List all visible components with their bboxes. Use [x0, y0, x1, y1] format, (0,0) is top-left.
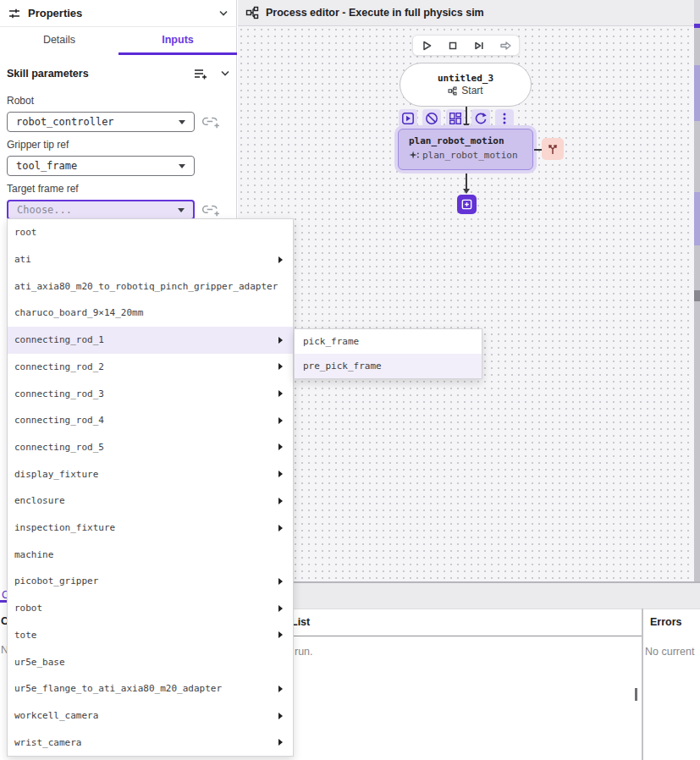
goto-arrow-button[interactable] [497, 37, 514, 54]
menu-item[interactable]: connecting_rod_1 [8, 327, 293, 354]
submenu-arrow-icon [278, 363, 283, 370]
process-editor-title: Process editor - Execute in full physics… [266, 7, 484, 19]
frame-submenu: pick_frame pre_pick_frame [294, 328, 482, 379]
submenu-item[interactable]: pre_pick_frame [295, 354, 482, 378]
menu-item[interactable]: connecting_rod_4 [8, 407, 293, 434]
submenu-item[interactable]: pick_frame [295, 329, 482, 354]
menu-item[interactable]: wrist_camera [8, 729, 293, 756]
submenu-arrow-icon [278, 713, 283, 719]
errors-column-header: Errors [650, 616, 682, 628]
robot-select-value: robot_controller [16, 116, 114, 128]
submenu-arrow-icon [278, 390, 283, 397]
gripper-select[interactable]: tool_frame [7, 156, 195, 176]
minimap-thumb[interactable] [694, 290, 700, 301]
branch-badge[interactable] [542, 138, 564, 160]
step-button[interactable] [471, 37, 488, 54]
menu-item-label: ur5e_flange_to_ati_axia80_m20_adapter [14, 683, 222, 694]
skill-parameters-title: Skill parameters [7, 68, 89, 80]
dropdown-caret-icon [178, 208, 185, 212]
properties-tabs: Details Inputs [0, 27, 237, 55]
edge-node-to-badge [534, 149, 542, 151]
minimap-scrollbar[interactable] [694, 0, 700, 581]
menu-item[interactable]: inspection_fixture [8, 515, 293, 542]
target-field-label: Target frame ref [7, 183, 79, 195]
more-options-button[interactable] [495, 109, 514, 128]
tab-details[interactable]: Details [0, 27, 119, 55]
menu-item-label: inspection_fixture [14, 522, 115, 533]
add-link-icon[interactable] [201, 115, 220, 129]
gripper-field-label: Gripper tip ref [7, 139, 69, 151]
menu-item-label: workcell_camera [14, 710, 98, 721]
menu-item[interactable]: charuco_board_9×14_20mm [8, 300, 293, 327]
collapse-panel-button[interactable] [218, 10, 229, 17]
gripper-select-value: tool_frame [16, 160, 77, 172]
add-link-icon[interactable] [201, 203, 220, 217]
menu-item[interactable]: ati_axia80_m20_to_robotiq_pinch_gripper_… [8, 273, 293, 300]
tune-icon [8, 8, 20, 19]
skill-sparkle-icon [409, 151, 419, 161]
list-header-underline [238, 636, 642, 636]
arrowhead-icon [463, 189, 470, 194]
menu-item-label: ur5e_base [14, 657, 65, 668]
frame-dropdown-menu: root ati ati_axia80_m20_to_robotiq_pinch… [7, 218, 294, 757]
menu-item-label: connecting_rod_3 [14, 388, 104, 399]
tab-inputs[interactable]: Inputs [119, 27, 237, 55]
menu-item[interactable]: ati [8, 246, 293, 273]
add-node-button[interactable] [457, 195, 477, 214]
dropdown-caret-icon [179, 164, 185, 168]
edge-start-to-node [466, 107, 467, 124]
menu-item-label: machine [14, 549, 53, 560]
menu-item[interactable]: connecting_rod_2 [8, 354, 293, 381]
menu-item-label: wrist_camera [14, 737, 81, 748]
menu-item[interactable]: ur5e_flange_to_ati_axia80_m20_adapter [8, 675, 293, 702]
start-node-label: Start [461, 85, 482, 96]
menu-item[interactable]: robot [8, 595, 293, 622]
menu-item[interactable]: enclosure [8, 487, 293, 515]
menu-item[interactable]: connecting_rod_3 [8, 380, 293, 407]
minimap-segment [694, 24, 700, 28]
submenu-arrow-icon [278, 417, 283, 424]
menu-item[interactable]: workcell_camera [8, 702, 293, 730]
workflow-icon [448, 86, 457, 96]
process-editor-header: Process editor - Execute in full physics… [238, 0, 700, 26]
list-column-text: run. [295, 646, 313, 658]
plan-robot-motion-node[interactable]: plan_robot_motion plan_robot_motion [398, 129, 533, 170]
target-frame-select[interactable]: Choose... [7, 200, 195, 220]
start-node[interactable]: untitled_3 Start [400, 63, 532, 107]
list-scrollbar-thumb[interactable] [635, 688, 637, 701]
retry-node-button[interactable] [471, 109, 490, 128]
start-node-title: untitled_3 [438, 73, 493, 84]
menu-item[interactable]: display_fixture [8, 460, 293, 487]
play-button[interactable] [418, 37, 435, 54]
submenu-arrow-icon [278, 739, 283, 746]
menu-item-label: root [14, 227, 37, 238]
robot-field-label: Robot [7, 95, 34, 107]
menu-item[interactable]: picobot_gripper [8, 568, 293, 595]
submenu-arrow-icon [278, 631, 283, 638]
menu-item-label: display_fixture [14, 469, 98, 480]
properties-title: Properties [28, 7, 82, 19]
layout-grid-button[interactable] [446, 109, 465, 128]
submenu-item-label: pre_pick_frame [303, 361, 382, 372]
submenu-arrow-icon [278, 525, 283, 531]
properties-header: Properties [0, 0, 237, 27]
dropdown-caret-icon [179, 120, 185, 124]
submenu-arrow-icon [278, 498, 283, 504]
robot-select[interactable]: robot_controller [7, 112, 195, 132]
target-select-placeholder: Choose... [17, 204, 72, 216]
menu-item[interactable]: tote [8, 622, 293, 649]
disable-node-button[interactable] [422, 109, 441, 128]
menu-item-label: robot [14, 603, 42, 614]
playlist-add-icon[interactable] [194, 68, 207, 80]
menu-item-label: connecting_rod_5 [14, 442, 104, 453]
menu-item[interactable]: root [8, 219, 293, 246]
node-title: plan_robot_motion [409, 135, 532, 146]
stop-button[interactable] [444, 37, 461, 54]
run-node-button[interactable] [399, 109, 417, 128]
menu-item[interactable]: connecting_rod_5 [8, 434, 293, 461]
chevron-down-icon[interactable] [220, 70, 230, 77]
workflow-icon [245, 6, 259, 19]
menu-item[interactable]: machine [8, 541, 293, 568]
menu-item[interactable]: ur5e_base [8, 648, 293, 675]
submenu-arrow-icon [278, 443, 283, 450]
